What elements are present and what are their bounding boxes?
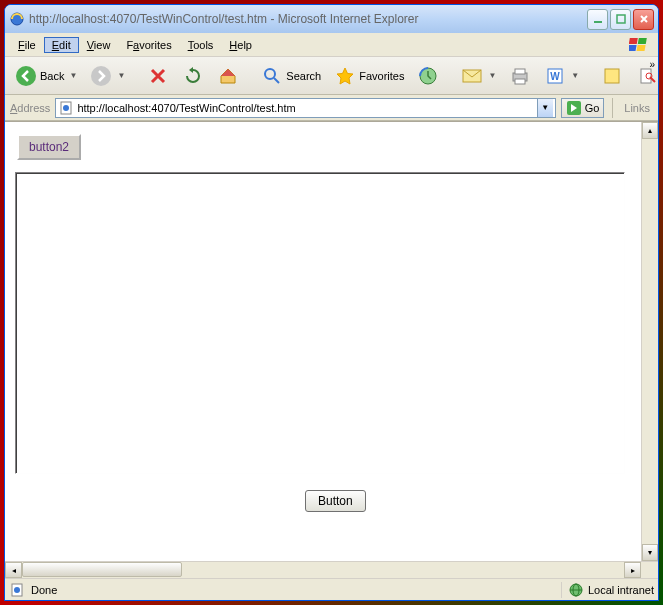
toolbar: Back ▼ ▼ Search Favorites xyxy=(5,57,658,95)
page-viewport[interactable]: button2 Button xyxy=(5,122,641,561)
forward-icon xyxy=(90,65,112,87)
search-icon xyxy=(261,65,283,87)
mail-button[interactable]: ▼ xyxy=(456,61,501,91)
chevron-down-icon: ▼ xyxy=(488,71,496,80)
address-label: Address xyxy=(10,102,50,114)
scroll-thumb[interactable] xyxy=(22,562,182,577)
ie-icon xyxy=(9,11,25,27)
back-icon xyxy=(15,65,37,87)
toolbar-overflow-icon[interactable]: » xyxy=(649,59,655,70)
mail-icon xyxy=(461,65,483,87)
scroll-right-icon[interactable]: ▸ xyxy=(624,562,641,578)
maximize-button[interactable] xyxy=(610,9,631,30)
intranet-icon xyxy=(568,582,584,598)
scroll-down-icon[interactable]: ▾ xyxy=(642,544,658,561)
svg-rect-5 xyxy=(629,45,637,51)
search-label: Search xyxy=(286,70,321,82)
scroll-left-icon[interactable]: ◂ xyxy=(5,562,22,578)
menu-help[interactable]: Help xyxy=(221,37,260,53)
separator xyxy=(612,98,613,118)
chevron-down-icon: ▼ xyxy=(117,71,125,80)
links-label[interactable]: Links xyxy=(621,102,653,114)
svg-point-9 xyxy=(265,69,275,79)
note-icon xyxy=(601,65,623,87)
address-url: http://localhost:4070/TestWinControl/tes… xyxy=(77,102,536,114)
back-label: Back xyxy=(40,70,64,82)
svg-rect-17 xyxy=(605,69,619,83)
zone-pane: Local intranet xyxy=(561,582,654,598)
svg-rect-13 xyxy=(515,69,525,74)
print-button[interactable] xyxy=(504,61,536,91)
go-icon xyxy=(566,100,582,116)
scroll-track[interactable] xyxy=(642,139,658,544)
menu-view[interactable]: View xyxy=(79,37,119,53)
svg-text:W: W xyxy=(551,71,561,82)
vertical-scrollbar[interactable]: ▴ ▾ xyxy=(641,122,658,561)
titlebar[interactable]: http://localhost:4070/TestWinControl/tes… xyxy=(5,5,658,33)
svg-point-7 xyxy=(16,66,36,86)
scroll-track[interactable] xyxy=(22,562,624,578)
address-dropdown[interactable]: ▼ xyxy=(537,99,553,117)
svg-rect-6 xyxy=(637,45,646,51)
svg-point-24 xyxy=(14,587,20,593)
embedded-panel[interactable] xyxy=(15,172,625,474)
go-label: Go xyxy=(585,102,600,114)
chevron-down-icon: ▼ xyxy=(69,71,77,80)
svg-point-8 xyxy=(91,66,111,86)
minimize-button[interactable] xyxy=(587,9,608,30)
menu-file[interactable]: File xyxy=(10,37,44,53)
center-button[interactable]: Button xyxy=(305,490,366,512)
home-icon xyxy=(217,65,239,87)
menubar: File Edit View Favorites Tools Help xyxy=(5,33,658,57)
word-icon: W xyxy=(544,65,566,87)
refresh-icon xyxy=(182,65,204,87)
history-button[interactable] xyxy=(412,61,444,91)
page-icon xyxy=(58,100,74,116)
horizontal-scrollbar[interactable]: ◂ ▸ xyxy=(5,561,658,578)
svg-rect-14 xyxy=(515,79,525,84)
svg-rect-1 xyxy=(594,21,602,23)
svg-rect-4 xyxy=(638,38,647,44)
svg-point-21 xyxy=(63,105,69,111)
stop-button[interactable] xyxy=(142,61,174,91)
menu-tools[interactable]: Tools xyxy=(180,37,222,53)
star-icon xyxy=(334,65,356,87)
stop-icon xyxy=(147,65,169,87)
forward-button[interactable]: ▼ xyxy=(85,61,130,91)
svg-rect-2 xyxy=(617,15,625,23)
home-button[interactable] xyxy=(212,61,244,91)
scroll-up-icon[interactable]: ▴ xyxy=(642,122,658,139)
close-button[interactable] xyxy=(633,9,654,30)
menu-favorites[interactable]: Favorites xyxy=(118,37,179,53)
address-box[interactable]: http://localhost:4070/TestWinControl/tes… xyxy=(55,98,555,118)
windows-logo-icon xyxy=(625,35,653,55)
window-buttons xyxy=(587,9,654,30)
status-text: Done xyxy=(31,584,57,596)
svg-rect-3 xyxy=(629,38,638,44)
chevron-down-icon: ▼ xyxy=(571,71,579,80)
ie-window: http://localhost:4070/TestWinControl/tes… xyxy=(4,4,659,601)
window-title: http://localhost:4070/TestWinControl/tes… xyxy=(29,12,587,26)
edit-button[interactable]: W ▼ xyxy=(539,61,584,91)
scroll-corner xyxy=(641,562,658,578)
print-icon xyxy=(509,65,531,87)
go-button[interactable]: Go xyxy=(561,98,605,118)
zone-text: Local intranet xyxy=(588,584,654,596)
back-button[interactable]: Back ▼ xyxy=(10,61,82,91)
favorites-label: Favorites xyxy=(359,70,404,82)
content-area: button2 Button ▴ ▾ xyxy=(5,121,658,561)
search-button[interactable]: Search xyxy=(256,61,326,91)
discuss-button[interactable] xyxy=(596,61,628,91)
button2[interactable]: button2 xyxy=(17,134,81,160)
history-icon xyxy=(417,65,439,87)
favorites-button[interactable]: Favorites xyxy=(329,61,409,91)
page-icon xyxy=(9,582,25,598)
refresh-button[interactable] xyxy=(177,61,209,91)
status-bar: Done Local intranet xyxy=(5,578,658,600)
address-bar: Address http://localhost:4070/TestWinCon… xyxy=(5,95,658,121)
menu-edit[interactable]: Edit xyxy=(44,37,79,53)
